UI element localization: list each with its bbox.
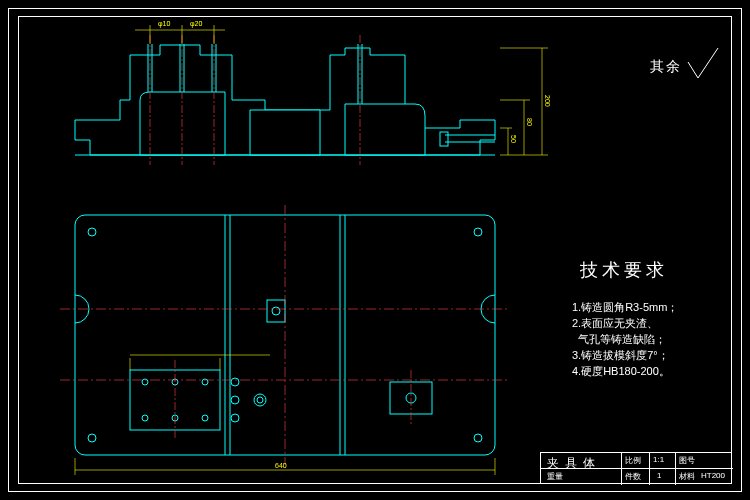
dim-t1: φ10	[158, 20, 170, 27]
svg-point-43	[142, 415, 148, 421]
surface-finish-symbol	[688, 48, 718, 78]
svg-rect-12	[440, 132, 448, 146]
dim-r1: 200	[544, 95, 551, 107]
mat-value: HT200	[701, 471, 725, 480]
techreq-2: 2.表面应无夹渣、	[572, 316, 658, 331]
drawing-svg	[0, 0, 750, 500]
top-section-view	[75, 25, 548, 165]
sheet-label: 件数	[625, 471, 641, 482]
scale-label: 比例	[625, 455, 641, 466]
svg-point-29	[88, 228, 96, 236]
svg-rect-37	[267, 300, 285, 322]
svg-point-38	[272, 307, 280, 315]
techreq-3: 3.铸造拔模斜度7°；	[572, 348, 669, 363]
other1: 图号	[679, 455, 695, 466]
svg-point-32	[474, 434, 482, 442]
other2: 重量	[547, 471, 563, 482]
dim-r3: 50	[510, 135, 517, 143]
titleblock: 夹具体 比例 1:1 件数 1 图号 材料 HT200 重量	[540, 452, 732, 484]
svg-point-31	[88, 434, 96, 442]
svg-point-45	[202, 415, 208, 421]
techreq-title: 技术要求	[580, 258, 668, 282]
other-label: 其余	[650, 58, 682, 76]
svg-point-47	[231, 396, 239, 404]
svg-point-50	[257, 397, 263, 403]
mat-label: 材料	[679, 471, 695, 482]
cad-canvas: 其余 技术要求 1.铸造圆角R3-5mm； 2.表面应无夹渣、 气孔等铸造缺陷；…	[0, 0, 750, 500]
dim-r2: 80	[526, 118, 533, 126]
techreq-1: 1.铸造圆角R3-5mm；	[572, 300, 678, 315]
bottom-plan-view	[60, 205, 510, 475]
part-name: 夹具体	[547, 455, 601, 472]
svg-point-46	[231, 378, 239, 386]
svg-point-49	[254, 394, 266, 406]
dim-bottom: 640	[275, 462, 287, 469]
techreq-2b: 气孔等铸造缺陷；	[572, 332, 666, 347]
sheet-value: 1	[657, 471, 661, 480]
svg-point-30	[474, 228, 482, 236]
techreq-4: 4.硬度HB180-200。	[572, 364, 670, 379]
dim-t2: φ20	[190, 20, 202, 27]
svg-point-48	[231, 414, 239, 422]
scale-value: 1:1	[653, 455, 664, 464]
